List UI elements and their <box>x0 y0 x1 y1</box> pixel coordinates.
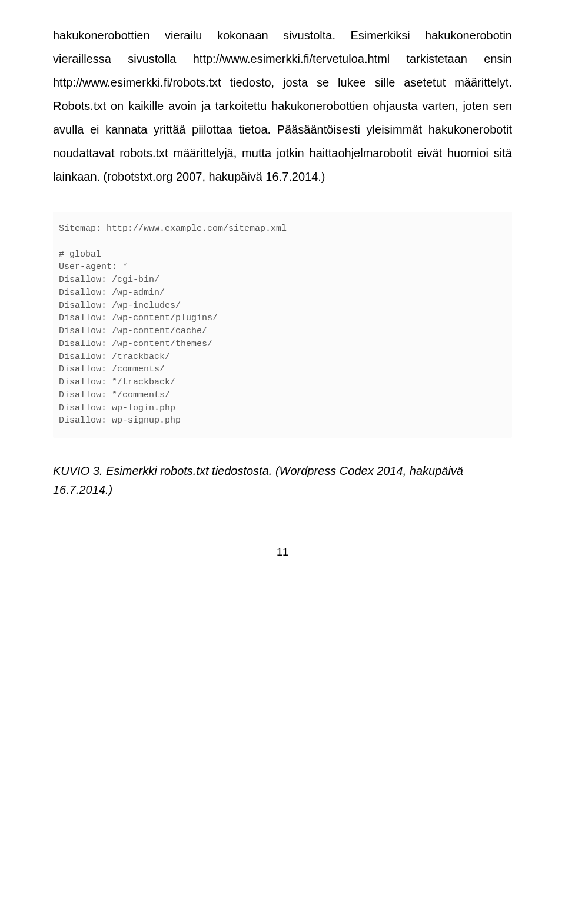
robots-txt-code-block: Sitemap: http://www.example.com/sitemap.… <box>53 212 512 438</box>
page-number: 11 <box>53 546 512 559</box>
figure-caption: KUVIO 3. Esimerkki robots.txt tiedostost… <box>53 461 512 499</box>
document-page: hakukonerobottien vierailu kokonaan sivu… <box>0 0 565 582</box>
body-paragraph: hakukonerobottien vierailu kokonaan sivu… <box>53 24 512 188</box>
